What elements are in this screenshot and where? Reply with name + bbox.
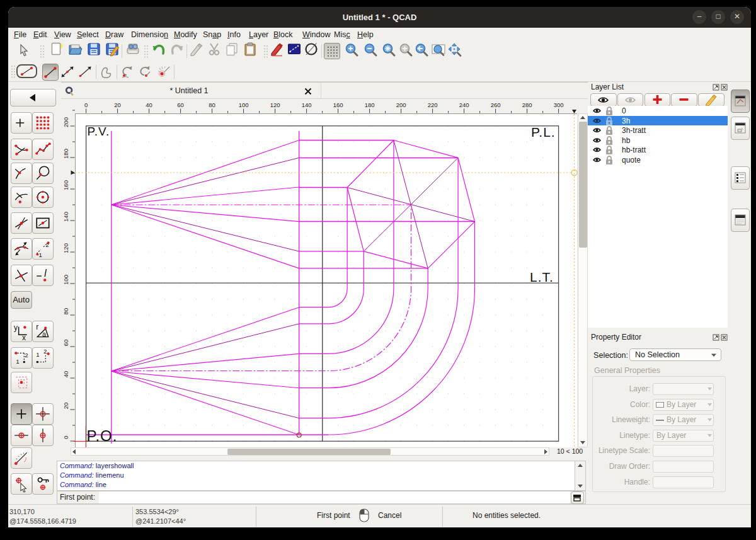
svg-text:100: 100 xyxy=(62,275,69,285)
svg-text:120: 120 xyxy=(62,243,69,253)
svg-text:200: 200 xyxy=(62,117,69,127)
svg-text:P.O.: P.O. xyxy=(87,427,118,444)
svg-text:0: 0 xyxy=(62,435,69,439)
svg-text:80: 80 xyxy=(62,308,69,315)
svg-text:160: 160 xyxy=(62,180,69,190)
svg-text:60: 60 xyxy=(62,340,69,347)
svg-text:140: 140 xyxy=(62,212,69,222)
svg-text:180: 180 xyxy=(62,149,69,159)
svg-text:P.L.: P.L. xyxy=(531,125,556,139)
svg-text:40: 40 xyxy=(62,371,69,378)
svg-text:P.V.: P.V. xyxy=(88,125,110,138)
svg-text:20: 20 xyxy=(62,403,69,410)
svg-text:L.T.: L.T. xyxy=(530,270,554,284)
